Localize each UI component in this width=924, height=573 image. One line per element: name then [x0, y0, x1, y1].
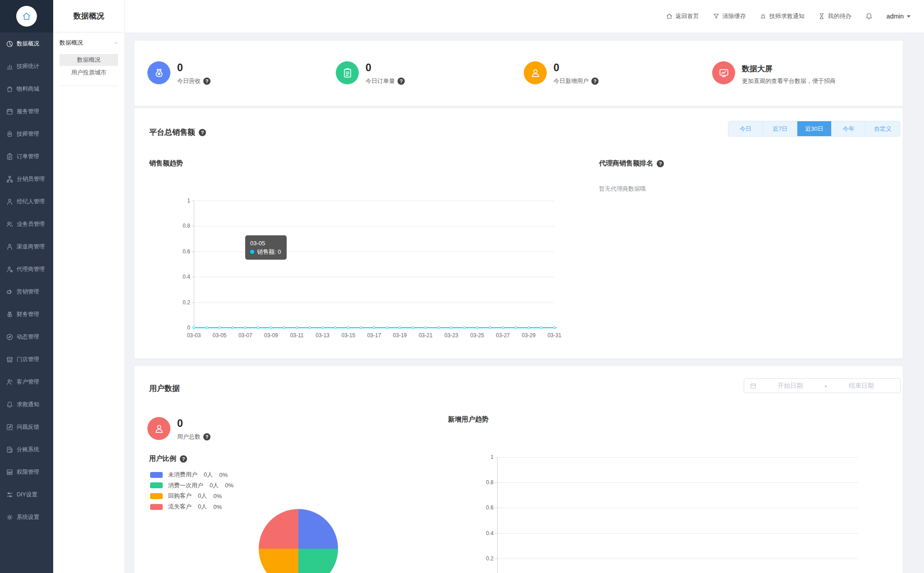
data-point — [192, 326, 195, 329]
sidebar-item-channel-mgmt[interactable]: 渠道商管理 — [0, 235, 53, 258]
sidebar-item-feedback[interactable]: 问题反馈 — [0, 416, 53, 438]
help-icon[interactable]: ? — [203, 78, 210, 85]
data-point — [334, 326, 337, 329]
nav-label: 清除缓存 — [723, 12, 746, 20]
data-screen-link-card[interactable]: 数据大屏 更加直观的查看平台数据，便于招商 — [712, 61, 836, 85]
gridline — [497, 457, 858, 458]
y-axis-label: 1 — [170, 197, 190, 204]
nav-clear-cache[interactable]: 清除缓存 — [713, 12, 746, 20]
sidebar-item-label: 经纪人管理 — [17, 198, 45, 206]
main-content: 0 今日营收 ? 0 今日订单量 ? 0 今日新增用户 ? 数据大屏 — [125, 32, 924, 573]
stat-value: 0 — [177, 63, 210, 73]
people-icon — [6, 220, 14, 228]
submenu-group-toggle[interactable]: 数据概况 — [53, 32, 124, 53]
x-axis-label: 03-23 — [439, 332, 463, 339]
y-axis-label: 0.8 — [474, 479, 494, 486]
tooltip-value: 销售额: 0 — [257, 248, 281, 256]
hood-icon — [6, 130, 14, 138]
sidebar-item-customer-mgmt[interactable]: 客户管理 — [0, 371, 53, 393]
help-icon[interactable]: ? — [591, 78, 599, 85]
sidebar-item-agent-mgmt[interactable]: 代理商管理 — [0, 258, 53, 280]
y-axis-label: 0.4 — [474, 530, 494, 536]
sales-card: 平台总销售额 ? 今日近7日近30日今年自定义 销售额趋势 00.20.40.6… — [134, 108, 903, 358]
x-axis-label: 03-07 — [233, 332, 257, 339]
y-axis-label: 0 — [170, 325, 190, 331]
nav-tech-sos[interactable]: 技师求救通知 — [759, 12, 805, 20]
sidebar: 数据概况技师统计物料商城服务管理技师管理订单管理分销员管理经纪人管理业务员管理渠… — [0, 0, 53, 573]
sidebar-item-label: 分销员管理 — [17, 175, 45, 183]
sidebar-item-system-settings[interactable]: 系统设置 — [0, 506, 53, 528]
sidebar-item-ledger-system[interactable]: 分账系统 — [0, 438, 53, 461]
moneybag-icon — [6, 311, 14, 318]
stat-card-2: 0 今日新增用户 ? — [524, 61, 599, 85]
notification-bell-icon[interactable] — [865, 12, 873, 20]
funnel-icon — [713, 13, 720, 20]
tooltip-date: 03-05 — [250, 239, 282, 248]
nav-my-todo[interactable]: 我的待办 — [818, 12, 851, 20]
gridline — [194, 303, 554, 303]
sidebar-item-marketing-mgmt[interactable]: 营销管理 — [0, 280, 53, 303]
data-point — [398, 326, 401, 329]
data-point — [321, 326, 324, 329]
stat-value: 0 — [366, 63, 405, 73]
page: 数据概况技师统计物料商城服务管理技师管理订单管理分销员管理经纪人管理业务员管理渠… — [0, 0, 924, 573]
x-axis-label: 03-25 — [465, 332, 489, 339]
agent-ranking-empty: 暂无代理商数据哦 — [599, 185, 646, 193]
sidebar-item-tech-mgmt[interactable]: 技师管理 — [0, 123, 53, 145]
submenu-item[interactable]: 数据概况 — [59, 54, 118, 66]
new-users-trend-chart: 0.20.40.60.81 — [134, 366, 903, 573]
data-point — [476, 326, 479, 329]
nav-label: 我的待办 — [828, 12, 851, 20]
sidebar-item-salesman-mgmt[interactable]: 业务员管理 — [0, 213, 53, 235]
data-point — [231, 326, 234, 329]
persongear-icon — [6, 266, 14, 273]
sidebar-item-material-mall[interactable]: 物料商城 — [0, 78, 53, 100]
sidebar-item-label: 问题反馈 — [17, 423, 39, 431]
data-point — [283, 326, 285, 329]
sidebar-item-label: 系统设置 — [17, 513, 39, 521]
sidebar-item-label: 权限管理 — [17, 468, 39, 476]
x-axis-label: 03-03 — [182, 332, 206, 339]
sidebar-item-order-mgmt[interactable]: 订单管理 — [0, 145, 53, 168]
sidebar-item-tech-stats[interactable]: 技师统计 — [0, 55, 53, 78]
sidebar-item-data-overview[interactable]: 数据概况 — [0, 32, 53, 55]
y-axis-line — [497, 457, 498, 573]
y-axis-label: 0.2 — [474, 555, 494, 562]
help-icon[interactable]: ? — [657, 160, 664, 167]
user-menu[interactable]: admin — [887, 13, 910, 20]
x-axis-label: 03-11 — [285, 332, 309, 339]
chevron-down-icon — [113, 40, 119, 46]
help-icon[interactable]: ? — [398, 78, 405, 85]
sidebar-item-label: 营销管理 — [17, 288, 39, 296]
sidebar-item-distributor-mgmt[interactable]: 分销员管理 — [0, 168, 53, 190]
nav-back-home[interactable]: 返回首页 — [666, 12, 699, 20]
nav-label: 返回首页 — [676, 12, 699, 20]
people2-icon — [6, 378, 14, 386]
sidebar-item-label: 财务管理 — [17, 311, 39, 318]
grid-icon — [6, 468, 14, 476]
person2-icon — [6, 243, 14, 251]
app-logo[interactable] — [0, 0, 53, 32]
y-axis-label: 0.8 — [170, 223, 190, 229]
y-axis-label: 0.4 — [170, 274, 190, 280]
sidebar-item-label: 求救通知 — [17, 401, 39, 408]
sidebar-item-sos-notice[interactable]: 求救通知 — [0, 393, 53, 416]
sidebar-item-diy-settings[interactable]: DIY设置 — [0, 483, 53, 506]
users-card: 用户数据 开始日期 - 结束日期 0 用户总数 ? 用户比例 — [134, 366, 903, 573]
sidebar-item-broker-mgmt[interactable]: 经纪人管理 — [0, 190, 53, 213]
x-axis-label: 03-09 — [259, 332, 283, 339]
sidebar-item-finance-mgmt[interactable]: 财务管理 — [0, 303, 53, 325]
sidebar-item-label: 技师管理 — [17, 130, 39, 138]
sidebar-item-permission-mgmt[interactable]: 权限管理 — [0, 461, 53, 483]
sidebar-item-store-mgmt[interactable]: 门店管理 — [0, 348, 53, 371]
clipboard-icon — [336, 61, 359, 84]
ledger-icon — [6, 446, 14, 454]
x-axis-label: 03-13 — [311, 332, 335, 339]
submenu-item[interactable]: 用户投票城市 — [59, 67, 118, 78]
stat-label: 今日订单量 ? — [366, 77, 405, 85]
nav-label: 技师求救通知 — [769, 12, 805, 20]
sidebar-item-service-mgmt[interactable]: 服务管理 — [0, 100, 53, 123]
x-axis-label: 03-17 — [362, 332, 386, 339]
sidebar-item-dynamic-mgmt[interactable]: 动态管理 — [0, 325, 53, 348]
y-axis-label: 0.6 — [170, 248, 190, 255]
